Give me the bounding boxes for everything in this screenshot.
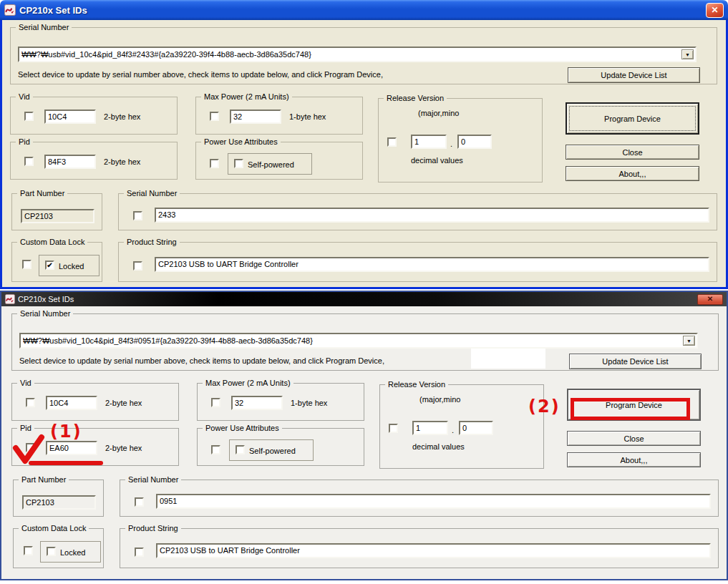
power-use-group: Power Use Attributes Self-powered	[197, 428, 364, 466]
vid-checkbox[interactable]	[24, 112, 34, 121]
close-button[interactable]: Close	[567, 431, 701, 446]
max-power-field[interactable]: 32	[230, 110, 281, 124]
major-minor-label: (major,mino	[419, 395, 460, 404]
custom-data-lock-group: Custom Data Lock ✔ Locked	[11, 242, 102, 282]
group-label: Power Use Attributes	[203, 424, 282, 433]
vid-checkbox[interactable]	[26, 398, 35, 407]
about-button[interactable]: About,,,	[566, 166, 699, 181]
vid-hint: 2-byte hex	[104, 112, 140, 121]
app-icon	[5, 294, 15, 304]
window-title: CP210x Set IDs	[18, 295, 697, 303]
chevron-down-icon[interactable]: ▼	[683, 336, 695, 346]
vid-field[interactable]: 10C4	[46, 396, 97, 410]
instruction-text: Select device to update by serial number…	[19, 356, 384, 365]
version-minor-field[interactable]: 0	[459, 421, 493, 435]
locked-checkbox[interactable]: ✔	[45, 261, 54, 270]
locked-label: Locked	[60, 548, 85, 557]
titlebar[interactable]: CP210x Set IDs ✕	[0, 0, 728, 20]
group-label: Release Version	[385, 380, 448, 389]
max-power-group: Max Power (2 mA Units) 32 1-byte hex	[197, 383, 364, 421]
max-power-field[interactable]: 32	[231, 396, 283, 410]
product-string-group: Product String CP2103 USB to UART Bridge…	[118, 242, 717, 282]
part-number-field: CP2103	[21, 209, 94, 223]
self-powered-label: Self-powered	[249, 447, 296, 455]
version-major-field[interactable]: 1	[411, 135, 447, 149]
annotation-underline	[29, 461, 103, 465]
serial-number-field[interactable]: 2433	[155, 208, 709, 223]
cp210x-dialog-second: CP210x Set IDs ✕ Serial Number ₩₩?₩usb#v…	[0, 291, 728, 580]
screenshot-stage: CP210x Set IDs ✕ Serial Number ₩₩?₩usb#v…	[0, 0, 728, 584]
decimal-values-hint: decimal values	[411, 156, 463, 165]
product-string-checkbox[interactable]	[135, 548, 144, 557]
about-button[interactable]: About,,,	[567, 452, 701, 467]
annotation-step1-label: (1)	[50, 422, 82, 442]
release-version-checkbox[interactable]	[389, 424, 398, 433]
locked-panel: ✔ Locked	[39, 255, 100, 276]
locked-checkbox[interactable]	[47, 547, 56, 556]
max-power-hint: 1-byte hex	[291, 399, 327, 407]
close-icon[interactable]: ✕	[706, 3, 724, 18]
pid-field[interactable]: EA60	[46, 441, 97, 455]
titlebar[interactable]: CP210x Set IDs ✕	[1, 292, 727, 306]
serial-number-checkbox[interactable]	[135, 497, 144, 507]
window-title: CP210x Set IDs	[19, 5, 706, 16]
product-string-field[interactable]: CP2103 USB to UART Bridge Controller	[155, 257, 709, 272]
group-label: Power Use Attributes	[201, 137, 281, 147]
group-label: Custom Data Lock	[19, 524, 89, 533]
pid-field[interactable]: 84F3	[44, 155, 96, 169]
self-powered-panel: Self-powered	[228, 153, 312, 175]
pid-hint: 2-byte hex	[104, 157, 140, 166]
product-string-checkbox[interactable]	[133, 261, 142, 271]
self-powered-checkbox[interactable]	[236, 445, 245, 454]
serial-number-group: Serial Number ₩₩?₩usb#vid_10c4&pid_84f3#…	[11, 313, 719, 371]
custom-data-lock-group: Custom Data Lock Locked	[13, 528, 104, 568]
power-use-checkbox[interactable]	[210, 159, 219, 168]
cp210x-dialog-active: CP210x Set IDs ✕ Serial Number ₩₩?₩usb#v…	[0, 0, 728, 289]
max-power-checkbox[interactable]	[211, 398, 220, 407]
group-label: Serial Number	[17, 309, 73, 318]
max-power-hint: 1-byte hex	[289, 112, 326, 121]
group-label: Pid	[16, 137, 33, 147]
self-powered-checkbox[interactable]	[234, 159, 243, 168]
version-minor-field[interactable]: 0	[457, 135, 492, 149]
instruction-text: Select device to update by serial number…	[18, 70, 383, 79]
close-button[interactable]: Close	[566, 145, 699, 160]
decimal-values-hint: decimal values	[412, 442, 465, 451]
product-string-field[interactable]: CP2103 USB to UART Bridge Controller	[156, 543, 711, 558]
vid-group: Vid 10C4 2-byte hex	[10, 97, 178, 135]
release-version-group: Release Version (major,mino 1 . 0 decima…	[379, 384, 544, 469]
annotation-step2-label: (2)	[528, 396, 560, 417]
update-device-list-button[interactable]: Update Device List	[568, 67, 700, 83]
custom-data-lock-checkbox[interactable]	[24, 546, 33, 555]
custom-data-lock-checkbox[interactable]	[22, 260, 31, 269]
group-label: Part Number	[17, 189, 67, 198]
version-major-field[interactable]: 1	[412, 421, 448, 435]
product-string-group: Product String CP2103 USB to UART Bridge…	[120, 528, 719, 568]
close-icon[interactable]: ✕	[697, 294, 723, 305]
group-label: Part Number	[19, 475, 69, 485]
chevron-down-icon[interactable]: ▼	[681, 49, 694, 59]
group-label: Serial Number	[124, 189, 180, 198]
max-power-checkbox[interactable]	[210, 112, 219, 121]
locked-panel: Locked	[40, 541, 101, 563]
serial-number-field-group: Serial Number 0951	[120, 480, 719, 517]
serial-number-checkbox[interactable]	[133, 211, 142, 220]
group-label: Serial Number	[125, 475, 181, 485]
pid-checkbox[interactable]	[24, 157, 34, 166]
group-label: Product String	[125, 524, 181, 533]
pid-hint: 2-byte hex	[105, 444, 142, 452]
dialog-body: Serial Number ₩₩?₩usb#vid_10c4&pid_84f3#…	[0, 20, 728, 289]
group-label: Max Power (2 mA Units)	[201, 92, 292, 102]
serial-number-combobox[interactable]: ₩₩?₩usb#vid_10c4&pid_84f3#0951#{a2a39220…	[19, 333, 698, 349]
serial-number-field[interactable]: 0951	[156, 494, 711, 509]
vid-group: Vid 10C4 2-byte hex	[11, 383, 179, 421]
serial-number-combobox[interactable]: ₩₩?₩usb#vid_10c4&pid_84f3#2433#{a2a39220…	[18, 47, 697, 62]
combobox-value: ₩₩?₩usb#vid_10c4&pid_84f3#0951#{a2a39220…	[23, 336, 680, 346]
self-powered-label: Self-powered	[248, 160, 294, 169]
update-device-list-button[interactable]: Update Device List	[569, 354, 702, 369]
power-use-checkbox[interactable]	[211, 445, 220, 454]
dialog-body: Serial Number ₩₩?₩usb#vid_10c4&pid_84f3#…	[1, 306, 727, 579]
release-version-checkbox[interactable]	[387, 137, 397, 147]
program-device-button[interactable]: Program Device	[566, 102, 699, 135]
vid-field[interactable]: 10C4	[44, 110, 96, 124]
